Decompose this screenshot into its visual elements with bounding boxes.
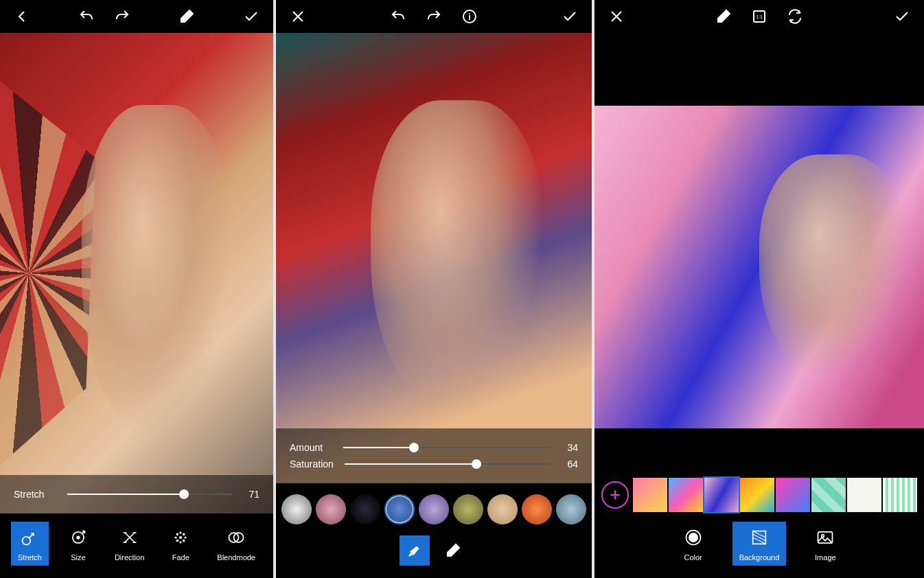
close-icon[interactable] xyxy=(605,5,627,27)
svg-text:1:1: 1:1 xyxy=(756,14,763,19)
swatch-rose[interactable] xyxy=(316,494,346,524)
tool-direction[interactable]: Direction xyxy=(108,522,151,566)
bg-thumb-4[interactable] xyxy=(740,478,774,512)
screen-background: 1:1 Color Background xyxy=(594,0,924,578)
amount-slider[interactable]: Amount 34 xyxy=(290,442,578,453)
image-canvas[interactable]: Amount 34 Saturation 64 xyxy=(276,33,592,483)
bottom-toolbar xyxy=(276,483,592,578)
add-background-icon[interactable] xyxy=(601,481,629,509)
bottom-toolbar: Color Background Image xyxy=(594,465,924,578)
stretch-slider[interactable]: Stretch 71 xyxy=(14,489,259,500)
tab-image[interactable]: Image xyxy=(807,522,844,566)
bg-thumb-2[interactable] xyxy=(669,478,703,512)
bg-thumb-6[interactable] xyxy=(811,478,846,512)
eraser-icon[interactable] xyxy=(438,535,468,566)
saturation-slider[interactable]: Saturation 64 xyxy=(290,459,578,470)
svg-point-3 xyxy=(180,537,181,538)
svg-point-6 xyxy=(177,540,178,542)
confirm-icon[interactable] xyxy=(240,5,262,27)
color-swatches xyxy=(276,492,592,531)
screen-hair-color: Amount 34 Saturation 64 xyxy=(276,0,592,578)
tool-blendmode[interactable]: Blendmode xyxy=(210,522,262,566)
topbar xyxy=(276,0,592,33)
bg-thumb-8[interactable] xyxy=(883,478,917,512)
svg-point-7 xyxy=(183,540,185,542)
svg-point-18 xyxy=(689,533,698,542)
bg-thumb-1[interactable] xyxy=(633,478,667,512)
redo-icon[interactable] xyxy=(111,5,133,27)
edited-photo xyxy=(0,33,273,513)
swatch-orange[interactable] xyxy=(522,494,552,524)
brush-icon[interactable] xyxy=(400,535,430,566)
svg-point-2 xyxy=(77,536,80,539)
svg-point-11 xyxy=(185,537,186,537)
svg-point-5 xyxy=(183,533,185,535)
rotate-icon[interactable] xyxy=(784,5,806,27)
redo-icon[interactable] xyxy=(423,5,445,27)
swatch-purple[interactable] xyxy=(419,494,449,524)
tab-color[interactable]: Color xyxy=(675,522,712,566)
tool-stretch[interactable]: Stretch xyxy=(11,522,49,566)
svg-point-10 xyxy=(176,537,176,537)
undo-icon[interactable] xyxy=(387,5,409,27)
background-thumbnails xyxy=(594,474,924,516)
aspect-ratio-icon[interactable]: 1:1 xyxy=(748,5,770,27)
info-icon[interactable] xyxy=(459,5,481,27)
svg-point-9 xyxy=(181,542,181,542)
topbar xyxy=(0,0,273,33)
slider-value: 71 xyxy=(243,489,259,500)
bg-thumb-3[interactable] xyxy=(704,478,739,512)
eraser-icon[interactable] xyxy=(713,5,735,27)
confirm-icon[interactable] xyxy=(559,5,581,27)
tool-fade[interactable]: Fade xyxy=(162,522,199,566)
tool-size[interactable]: Size xyxy=(60,522,97,566)
bg-thumb-7[interactable] xyxy=(847,478,881,512)
swatch-olive[interactable] xyxy=(453,494,483,524)
edited-photo xyxy=(594,106,924,428)
undo-icon[interactable] xyxy=(76,5,97,27)
swatch-silver[interactable] xyxy=(281,494,312,524)
topbar: 1:1 xyxy=(594,0,924,33)
tab-background[interactable]: Background xyxy=(732,522,787,566)
swatch-blue[interactable] xyxy=(384,494,415,524)
bottom-toolbar: Stretch Size Direction Fade Blendmode xyxy=(0,513,273,578)
bg-thumb-5[interactable] xyxy=(776,478,810,512)
confirm-icon[interactable] xyxy=(891,5,913,27)
image-canvas[interactable]: Stretch 71 xyxy=(0,33,273,513)
image-canvas[interactable] xyxy=(594,33,924,465)
swatch-tan[interactable] xyxy=(487,494,518,524)
swatch-steel[interactable] xyxy=(556,494,586,524)
svg-point-4 xyxy=(177,533,178,535)
eraser-icon[interactable] xyxy=(176,5,198,27)
swatch-black[interactable] xyxy=(350,494,380,524)
edited-photo xyxy=(276,33,592,483)
svg-point-8 xyxy=(181,532,181,533)
back-icon[interactable] xyxy=(11,5,33,27)
close-icon[interactable] xyxy=(287,5,309,27)
slider-label: Stretch xyxy=(14,489,56,500)
screen-dispersion: Stretch 71 Stretch Size Direction Fade xyxy=(0,0,273,578)
